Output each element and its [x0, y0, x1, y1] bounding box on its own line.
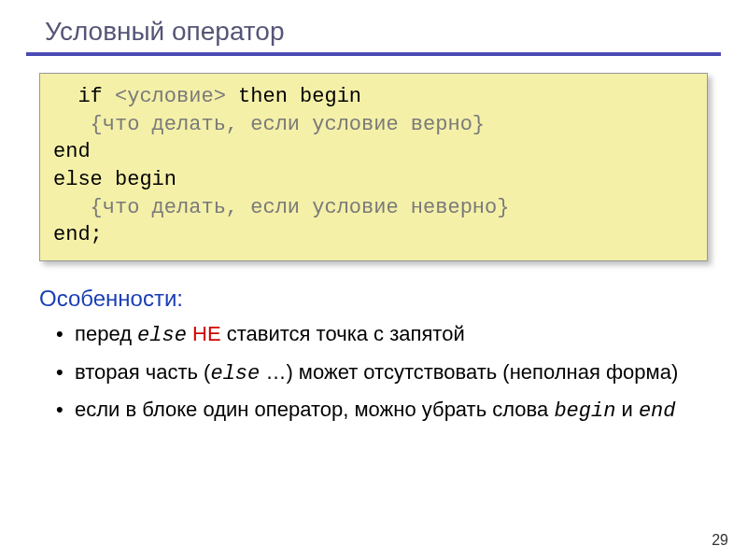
features-list: перед else НЕ ставится точка с запятой в…	[39, 321, 708, 426]
feature-item-2: вторая часть (else …) может отсутствоват…	[56, 359, 708, 388]
code-l3: end	[53, 140, 91, 163]
title-underline	[26, 52, 721, 56]
b2-pre: вторая часть (	[75, 360, 210, 384]
code-l6: end;	[53, 223, 103, 246]
code-l1b: <условие>	[115, 85, 226, 108]
b2-post: …) может отсутствовать (неполная форма)	[260, 360, 678, 384]
code-l2: {что делать, если условие верно}	[53, 113, 485, 136]
b2-code: else	[210, 362, 260, 385]
slide-title: Условный оператор	[0, 17, 747, 47]
b3-code1: begin	[554, 399, 615, 423]
code-l5: {что делать, если условие неверно}	[53, 196, 509, 219]
b1-post: ставится точка с запятой	[221, 322, 465, 345]
features-heading: Особенности:	[39, 286, 708, 312]
b1-pre: перед	[75, 322, 137, 345]
b1-code: else	[137, 324, 187, 347]
code-l1a: if	[53, 85, 115, 108]
feature-item-3: если в блоке один оператор, можно убрать…	[56, 397, 708, 426]
b3-mid: и	[615, 398, 639, 421]
features-section: Особенности: перед else НЕ ставится точк…	[39, 286, 708, 426]
page-number: 29	[712, 532, 728, 549]
b1-red: НЕ	[192, 322, 221, 345]
code-l1c: then begin	[226, 85, 361, 108]
b3-pre: если в блоке один оператор, можно убрать…	[75, 398, 554, 421]
code-block: if <условие> then begin {что делать, есл…	[39, 73, 708, 261]
feature-item-1: перед else НЕ ставится точка с запятой	[56, 321, 708, 350]
code-l4: else begin	[53, 168, 176, 191]
b3-code2: end	[639, 399, 676, 423]
